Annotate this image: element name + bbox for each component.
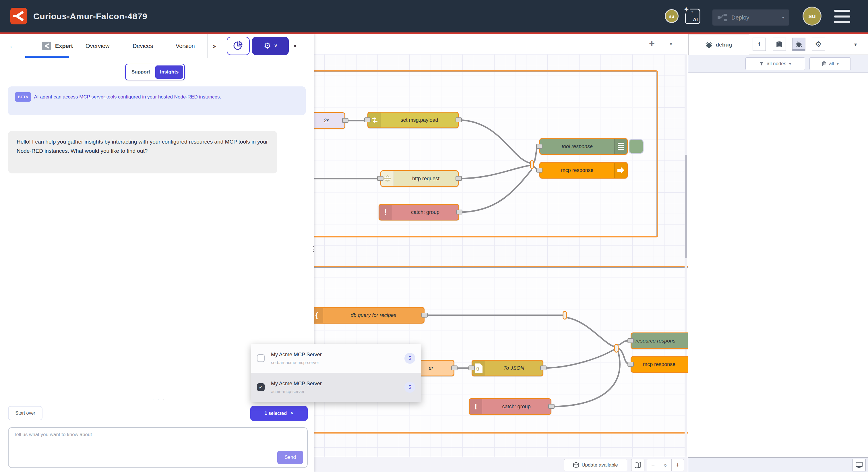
flow-list-caret-icon[interactable]: ▾ (670, 41, 672, 47)
close-panel-icon[interactable]: × (293, 34, 297, 58)
wire-junction[interactable] (530, 160, 534, 169)
deploy-button[interactable]: Deploy ▾ (712, 9, 789, 26)
brace-icon: { (314, 308, 323, 323)
panel-resize-dots-icon[interactable]: ⋮ (310, 246, 317, 252)
toggle-insights[interactable]: Insights (155, 65, 183, 79)
info-tab-icon[interactable]: i (753, 38, 766, 51)
node-db-query[interactable]: { db query for recipes (314, 307, 425, 324)
minimap-button[interactable] (631, 459, 644, 471)
help-book-icon[interactable] (773, 38, 786, 51)
toggle-support[interactable]: Support (127, 65, 155, 79)
node-to-json[interactable]: {} To JSON (472, 360, 544, 376)
settings-dropdown-button[interactable]: ⚙ ˅ (252, 37, 289, 55)
output-port[interactable] (451, 365, 458, 371)
user-avatar-small[interactable]: su (665, 9, 679, 23)
output-port[interactable] (456, 176, 462, 181)
output-port[interactable] (422, 313, 428, 318)
top-navbar: Curious-Amur-Falcon-4879 su ✦ ✧ AI Deplo… (0, 0, 868, 32)
debug-tab-icon[interactable] (792, 38, 805, 51)
tool-count-badge: 5 (404, 353, 415, 364)
input-port[interactable] (364, 117, 371, 122)
assistant-message: Hello! I can help you gather insights by… (8, 131, 277, 173)
output-port[interactable] (548, 404, 555, 409)
flowfuse-logo-icon[interactable] (10, 8, 27, 24)
trash-icon (822, 61, 826, 66)
zoom-in-button[interactable]: + (671, 459, 684, 471)
node-mcp-response-1[interactable]: mcp response (539, 162, 628, 179)
divider (207, 34, 208, 58)
input-port[interactable] (536, 168, 542, 173)
filter-nodes-dropdown[interactable]: all nodes ▾ (745, 57, 805, 70)
canvas-scrollbar[interactable] (685, 54, 687, 457)
output-port[interactable] (342, 118, 348, 123)
sidebar-tabrow: debug i ⚙ ▾ (688, 34, 868, 55)
server-title: My Acme MCP Server (271, 352, 398, 358)
checkbox-unchecked[interactable] (257, 354, 265, 362)
add-flow-icon[interactable]: + (649, 38, 655, 49)
node-mcp-response-2[interactable]: mcp response (631, 356, 688, 373)
beta-notice: BETAAI agent can access MCP server tools… (8, 86, 306, 115)
tool-count-badge: 5 (404, 382, 415, 393)
tabs-overflow-icon[interactable]: » (213, 34, 216, 58)
chevron-down-icon: ˅ (274, 43, 277, 49)
checkbox-checked[interactable]: ✓ (257, 383, 265, 391)
insights-pie-button[interactable] (227, 37, 250, 55)
catch-exclaim-icon: ! (379, 205, 392, 219)
pie-chart-icon (234, 41, 243, 51)
deploy-caret-icon[interactable]: ▾ (782, 15, 784, 20)
output-port[interactable] (456, 210, 462, 214)
node-http-request[interactable]: http request (380, 170, 459, 187)
input-port[interactable] (627, 338, 634, 343)
ai-assistant-icon[interactable]: ✦ ✧ AI (685, 9, 701, 24)
flow-editor-canvas[interactable]: 2s set msg.payload http request ! catch:… (314, 34, 688, 472)
svg-text:{}: {} (476, 366, 479, 371)
tab-overview[interactable]: Overview (86, 34, 110, 58)
back-arrow-icon[interactable]: ← (9, 34, 15, 58)
start-over-button[interactable]: Start over (8, 406, 42, 420)
node-tool-response[interactable]: tool response (539, 138, 628, 155)
debug-footer (688, 457, 868, 472)
user-avatar[interactable]: su (803, 7, 822, 26)
input-port[interactable] (536, 144, 542, 149)
workspace-tabbar: + ▾ (314, 34, 688, 54)
tab-expert[interactable]: Expert (55, 34, 73, 58)
scrollbar-thumb[interactable] (685, 155, 687, 258)
message-composer: Send (8, 427, 308, 468)
resize-grip-dots[interactable]: · · · (152, 396, 165, 403)
wire-junction[interactable] (614, 344, 619, 353)
node-catch-group-1[interactable]: ! catch: group (379, 204, 459, 220)
zoom-out-button[interactable]: − (647, 459, 659, 471)
selected-servers-dropdown[interactable]: 1 selected ˅ (250, 406, 308, 421)
mcp-server-option[interactable]: My Acme MCP Server serban-acme-mcp-serve… (251, 344, 421, 373)
link-out-arrow-icon (614, 163, 627, 178)
tab-version[interactable]: Version (176, 34, 195, 58)
mcp-server-tools-link[interactable]: MCP server tools (79, 94, 117, 99)
config-gear-icon[interactable]: ⚙ (812, 38, 825, 51)
output-port[interactable] (456, 117, 462, 122)
main-menu-icon[interactable] (834, 10, 850, 23)
input-port[interactable] (377, 176, 383, 181)
debug-enable-toggle[interactable] (629, 139, 644, 154)
zoom-reset-button[interactable]: ○ (659, 459, 672, 471)
send-button[interactable]: Send (277, 451, 303, 464)
input-port[interactable] (627, 362, 634, 366)
instance-title: Curious-Amur-Falcon-4879 (33, 0, 147, 32)
node-inject-2s[interactable]: 2s (314, 112, 345, 129)
funnel-icon (760, 62, 764, 66)
open-in-window-button[interactable] (852, 459, 866, 471)
update-available-button[interactable]: Update available (564, 459, 627, 471)
output-port[interactable] (540, 365, 547, 371)
tab-debug[interactable]: debug (688, 34, 749, 55)
clear-messages-dropdown[interactable]: all ▾ (809, 57, 851, 70)
wire-junction[interactable] (563, 311, 567, 320)
caret-down-icon: ▾ (837, 62, 839, 66)
mcp-server-option[interactable]: ✓ My Acme MCP Server acme-mcp-server 5 (251, 373, 421, 402)
input-port[interactable] (468, 365, 475, 371)
tab-devices[interactable]: Devices (133, 34, 153, 58)
node-catch-group-2[interactable]: ! catch: group (469, 398, 551, 415)
node-resource-response[interactable]: resource respons (631, 332, 688, 349)
message-input[interactable] (14, 432, 260, 463)
sidebar-menu-caret-icon[interactable]: ▾ (854, 41, 857, 48)
node-set-msg-payload[interactable]: set msg.payload (367, 112, 459, 128)
beta-badge: BETA (15, 92, 31, 101)
